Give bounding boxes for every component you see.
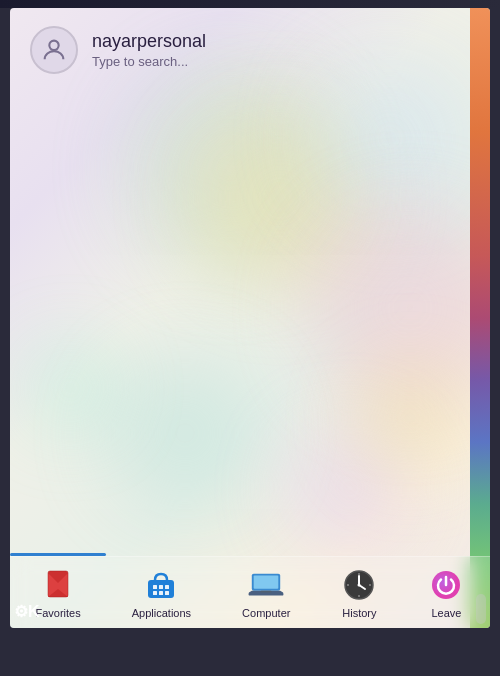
bg-blob-3: [310, 58, 470, 218]
nav-item-applications[interactable]: Applications: [120, 561, 203, 625]
search-hint: Type to search...: [92, 54, 206, 69]
scroll-bar[interactable]: [476, 594, 486, 624]
nav-item-leave[interactable]: Leave: [416, 561, 476, 625]
bg-blob-2: [190, 108, 370, 288]
avatar: [30, 26, 78, 74]
svg-rect-6: [153, 585, 157, 589]
bg-blob-1: [130, 68, 330, 268]
kde-logo: ⚙K: [14, 599, 42, 624]
bg-blob-4: [310, 208, 490, 408]
history-label: History: [342, 607, 376, 619]
svg-point-18: [358, 583, 361, 586]
svg-rect-9: [153, 591, 157, 595]
history-icon-container: [341, 567, 377, 603]
favorites-icon: [40, 567, 76, 603]
bg-blob-5: [110, 358, 260, 508]
bg-blob-8: [30, 348, 110, 428]
applications-icon: [143, 567, 179, 603]
svg-text:⚙K: ⚙K: [14, 603, 40, 620]
applications-label: Applications: [132, 607, 191, 619]
svg-rect-10: [159, 591, 163, 595]
svg-rect-8: [165, 585, 169, 589]
svg-rect-11: [165, 591, 169, 595]
main-area: nayarpersonal Type to search... Favorite…: [10, 8, 490, 628]
bg-blob-7: [360, 368, 460, 468]
bottom-nav: Favorites Applications: [10, 556, 490, 628]
user-info: nayarpersonal Type to search...: [92, 31, 206, 69]
top-bar: [0, 0, 500, 8]
favorites-label: Favorites: [36, 607, 81, 619]
username: nayarpersonal: [92, 31, 206, 52]
leave-label: Leave: [431, 607, 461, 619]
computer-label: Computer: [242, 607, 290, 619]
user-header: nayarpersonal Type to search...: [30, 26, 206, 74]
bg-blob-6: [290, 428, 410, 548]
nav-item-history[interactable]: History: [329, 561, 389, 625]
nav-item-computer[interactable]: Computer: [230, 561, 302, 625]
right-color-strip: [470, 8, 490, 628]
svg-rect-14: [261, 590, 272, 592]
svg-point-0: [49, 41, 58, 50]
svg-rect-7: [159, 585, 163, 589]
svg-rect-13: [254, 575, 279, 588]
leave-icon-container: [428, 567, 464, 603]
computer-icon: [248, 567, 284, 603]
